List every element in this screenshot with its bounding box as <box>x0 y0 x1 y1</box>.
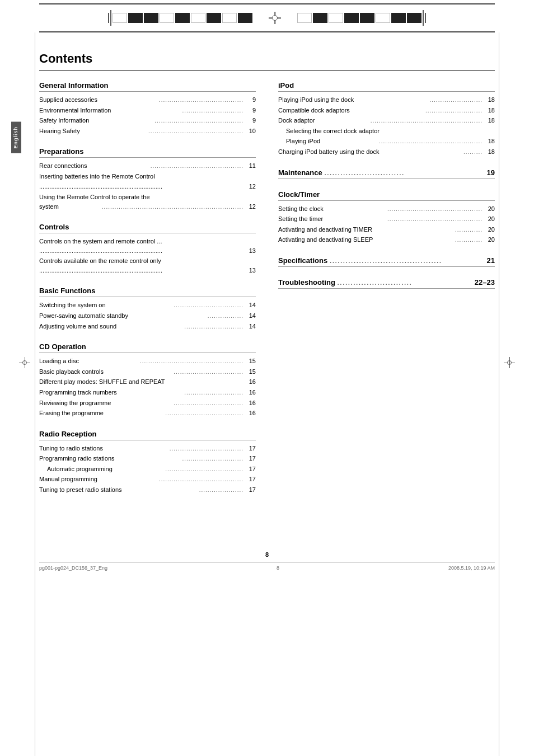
page-title: Contents <box>39 51 495 71</box>
toc-entry: Inserting batteries into the Remote Cont… <box>39 172 256 181</box>
toc-entry: system .................................… <box>39 202 256 212</box>
toc-entry: Environmental Information ..............… <box>39 106 256 116</box>
toc-entry: Power-saving automatic standby .........… <box>39 311 256 321</box>
toc-entry: Automatic programming ..................… <box>39 464 256 475</box>
section-title-cd: CD Operation <box>39 342 256 353</box>
section-title-ipod: iPod <box>278 81 495 92</box>
footer-right: 2008.5.19, 10:19 AM <box>448 565 495 571</box>
right-column: iPod Playing iPod using the dock .......… <box>278 81 495 506</box>
section-title-preparations: Preparations <box>39 147 256 158</box>
toc-entry: Controls on the system and remote contro… <box>39 237 256 246</box>
toc-entry: Different play modes: SHUFFLE and REPEAT… <box>39 377 256 387</box>
toc-entry: Tuning to preset radio stations ........… <box>39 485 256 495</box>
section-radio: Radio Reception Tuning to radio stations… <box>39 430 256 495</box>
toc-entry: Programming radio stations .............… <box>39 454 256 464</box>
toc-entry: Loading a disc .........................… <box>39 356 256 367</box>
toc-entry: Selecting the correct dock adaptor <box>278 126 495 137</box>
section-title-troubleshooting: Troubleshooting ........................… <box>278 278 495 289</box>
section-title-radio: Radio Reception <box>39 430 256 440</box>
toc-entry: Setting the clock ......................… <box>278 204 495 214</box>
section-maintenance: Maintenance ............................… <box>278 168 495 179</box>
section-title-general: General Information <box>39 81 256 92</box>
section-basic-functions: Basic Functions Switching the system on … <box>39 287 256 331</box>
toc-entry: ........................................… <box>39 266 256 276</box>
section-general-information: General Information Supplied accessories… <box>39 81 256 136</box>
toc-entry: Reviewing the programme ................… <box>39 398 256 408</box>
toc-entry: Activating and deactivating SLEEP ......… <box>278 235 495 245</box>
toc-entry: ........................................… <box>39 182 256 192</box>
toc-entry: Playing iPod using the dock ............… <box>278 95 495 105</box>
toc-entry: Using the Remote Control to operate the <box>39 192 256 202</box>
section-controls: Controls Controls on the system and remo… <box>39 223 256 275</box>
toc-entry: Rear connections .......................… <box>39 161 256 171</box>
toc-entry: Activating and deactivating TIMER ......… <box>278 225 495 235</box>
toc-entry: Erasing the programme ..................… <box>39 408 256 419</box>
toc-entry: Hearing Safety .........................… <box>39 126 256 137</box>
section-specifications: Specifications .........................… <box>278 256 495 267</box>
toc-entry: Charging iPod battery using the dock ...… <box>278 147 495 157</box>
page-footer: pg001-pg024_DC156_37_Eng 8 2008.5.19, 10… <box>39 562 495 574</box>
section-title-basic: Basic Functions <box>39 287 256 297</box>
language-tab: English <box>11 122 21 153</box>
section-cd-operation: CD Operation Loading a disc ............… <box>39 342 256 419</box>
toc-entry: Supplied accessories ...................… <box>39 95 256 105</box>
section-title-specifications: Specifications .........................… <box>278 256 495 267</box>
toc-entry: Basic playback controls ................… <box>39 367 256 377</box>
section-title-controls: Controls <box>39 223 256 233</box>
toc-entry: Manual programming .....................… <box>39 475 256 485</box>
toc-entry: Controls available on the remote control… <box>39 256 256 266</box>
toc-entry: Tuning to radio stations ...............… <box>39 444 256 454</box>
toc-entry: Adjusting volume and sound .............… <box>39 322 256 332</box>
section-title-maintenance: Maintenance ............................… <box>278 168 495 179</box>
page-number: 8 <box>39 551 495 558</box>
right-margin-crosshair <box>504 357 515 368</box>
left-column: General Information Supplied accessories… <box>39 81 256 506</box>
toc-entry: Playing iPod ...........................… <box>278 137 495 147</box>
left-margin-crosshair <box>19 357 30 368</box>
section-clock-timer: Clock/Timer Setting the clock ..........… <box>278 190 495 245</box>
section-troubleshooting: Troubleshooting ........................… <box>278 278 495 289</box>
toc-entry: ........................................… <box>39 246 256 256</box>
toc-entry: Safety Information .....................… <box>39 116 256 126</box>
section-title-clock: Clock/Timer <box>278 190 495 201</box>
section-ipod: iPod Playing iPod using the dock .......… <box>278 81 495 157</box>
footer-left: pg001-pg024_DC156_37_Eng <box>39 565 107 571</box>
toc-entry: Compatible dock adaptors ...............… <box>278 106 495 116</box>
toc-entry: Switching the system on ................… <box>39 300 256 311</box>
toc-entry: Dock adaptor ...........................… <box>278 116 495 126</box>
toc-entry: Setting the timer ......................… <box>278 214 495 224</box>
toc-entry: Programming track numbers ..............… <box>39 388 256 398</box>
footer-center: 8 <box>277 565 279 571</box>
section-preparations: Preparations Rear connections ..........… <box>39 147 256 212</box>
